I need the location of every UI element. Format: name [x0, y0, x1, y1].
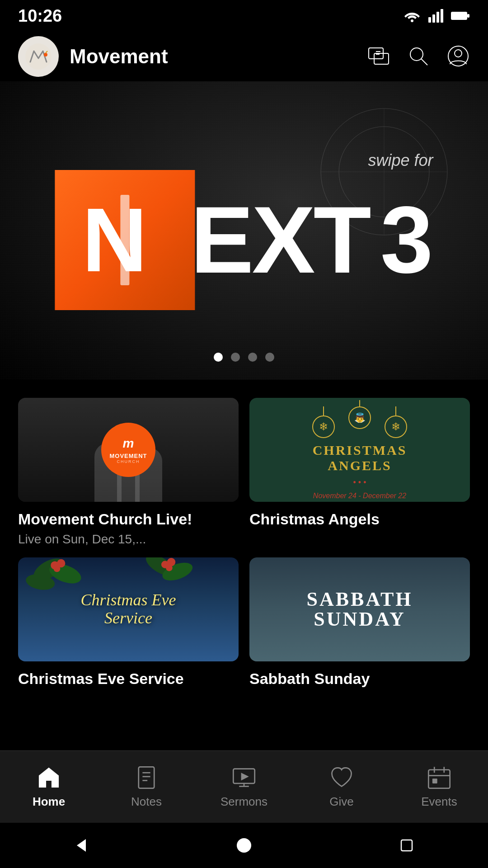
hero-dot-1[interactable]: [214, 353, 223, 362]
card-christmas-angels[interactable]: ❄ 👼 ❄: [249, 398, 470, 547]
recents-icon: [398, 836, 416, 854]
svg-rect-45: [432, 778, 437, 783]
app-header: Movement: [0, 32, 488, 81]
card-image-christmas-eve: Christmas EveService: [18, 557, 239, 661]
nav-label-give: Give: [329, 795, 353, 809]
ext-text: EXT: [190, 193, 369, 288]
card-title-christmas-eve: Christmas Eve Service: [18, 670, 239, 688]
status-time: 10:26: [18, 6, 62, 26]
sermons-icon: [231, 765, 257, 790]
movement-logo-svg: [25, 43, 52, 70]
give-icon: [329, 765, 354, 790]
christmas-angels-dates: November 24 - December 22: [313, 492, 406, 500]
home-icon: [36, 765, 61, 790]
orange-box: N: [55, 170, 195, 310]
profile-button[interactable]: [446, 44, 470, 69]
signal-icon: [428, 9, 444, 23]
status-bar: 10:26: [0, 0, 488, 32]
profile-icon: [446, 44, 470, 68]
svg-point-17: [455, 50, 462, 57]
card-christmas-eve[interactable]: Christmas EveService Christmas Eve Servi…: [18, 557, 239, 692]
svg-point-47: [237, 838, 251, 853]
hero-dot-4[interactable]: [265, 353, 274, 362]
svg-point-14: [410, 48, 423, 61]
svg-rect-48: [401, 840, 412, 851]
ornament-right: ❄: [385, 406, 407, 438]
android-nav-bar: [0, 823, 488, 868]
battery-icon: [451, 10, 470, 21]
app-title: Movement: [70, 45, 168, 68]
card-subtitle-movement-live: Live on Sun, Dec 15,...: [18, 532, 239, 547]
svg-rect-33: [139, 767, 154, 788]
svg-point-32: [166, 565, 173, 571]
header-actions: [367, 44, 470, 69]
hero-dot-2[interactable]: [231, 353, 240, 362]
swipe-hint-text: swipe for: [368, 151, 433, 170]
svg-rect-3: [436, 12, 439, 23]
card-image-movement-live: m MOVEMENT CHURCH: [18, 398, 239, 502]
svg-marker-46: [77, 839, 86, 852]
card-title-sabbath-sunday: Sabbath Sunday: [249, 670, 470, 688]
christmas-eve-title: Christmas EveService: [81, 591, 176, 627]
svg-marker-38: [241, 773, 249, 780]
card-title-christmas-angels: Christmas Angels: [249, 510, 470, 528]
card-img-sabbath-bg: SABBATHSUNDAY: [249, 557, 470, 661]
wifi-icon: [403, 9, 421, 23]
bottom-nav: Home Notes Sermons: [0, 750, 488, 823]
hero-banner[interactable]: swipe for N EXT 3: [0, 81, 488, 380]
svg-point-0: [411, 19, 413, 22]
header-left: Movement: [18, 36, 168, 77]
back-icon: [72, 836, 90, 854]
back-button[interactable]: [72, 836, 90, 854]
card-image-sabbath-sunday: SABBATHSUNDAY: [249, 557, 470, 661]
status-icons: [403, 9, 470, 23]
notes-icon: [134, 765, 159, 790]
svg-point-7: [25, 43, 52, 70]
search-icon: [407, 44, 430, 68]
next-text: N: [82, 195, 147, 285]
messages-button[interactable]: [367, 44, 390, 69]
card-sabbath-sunday[interactable]: SABBATHSUNDAY Sabbath Sunday: [249, 557, 470, 692]
home-button[interactable]: [235, 836, 253, 854]
ornament-center: 👼: [348, 400, 371, 429]
hero-next3: N EXT 3: [55, 170, 433, 310]
svg-point-8: [44, 53, 47, 57]
nav-label-events: Events: [421, 795, 457, 809]
svg-rect-1: [428, 17, 431, 23]
nav-label-home: Home: [33, 795, 65, 809]
sabbath-title-text: SABBATHSUNDAY: [306, 590, 413, 629]
svg-rect-4: [441, 9, 443, 23]
content-section: m MOVEMENT CHURCH Movement Church Live! …: [0, 380, 488, 726]
recents-button[interactable]: [398, 836, 416, 854]
svg-point-27: [54, 565, 61, 572]
nav-label-sermons: Sermons: [221, 795, 267, 809]
hero-dots: [214, 353, 274, 362]
nav-item-notes[interactable]: Notes: [98, 765, 195, 809]
card-image-christmas-angels: ❄ 👼 ❄: [249, 398, 470, 502]
nav-item-home[interactable]: Home: [0, 765, 98, 809]
svg-rect-6: [467, 14, 469, 18]
messages-icon: [367, 44, 390, 68]
hero-dot-3[interactable]: [248, 353, 257, 362]
nav-item-events[interactable]: Events: [390, 765, 488, 809]
svg-line-15: [421, 59, 427, 65]
nav-label-notes: Notes: [131, 795, 162, 809]
events-icon: [427, 765, 452, 790]
svg-rect-2: [432, 14, 435, 23]
card-img-christmas-bg: ❄ 👼 ❄: [249, 398, 470, 502]
app-logo[interactable]: [18, 36, 59, 77]
search-button[interactable]: [407, 44, 430, 69]
cards-grid: m MOVEMENT CHURCH Movement Church Live! …: [18, 398, 470, 692]
nav-item-give[interactable]: Give: [293, 765, 390, 809]
card-movement-live[interactable]: m MOVEMENT CHURCH Movement Church Live! …: [18, 398, 239, 547]
android-home-icon: [235, 836, 253, 854]
svg-rect-5: [451, 12, 467, 20]
card-title-movement-live: Movement Church Live!: [18, 510, 239, 528]
nav-item-sermons[interactable]: Sermons: [195, 765, 293, 809]
hero-content: swipe for N EXT 3: [55, 151, 433, 310]
three-text: 3: [380, 193, 433, 288]
card-img-live-bg: m MOVEMENT CHURCH: [18, 398, 239, 502]
christmas-angels-title: CHRISTMASANGELS: [313, 443, 407, 473]
card-img-eve-bg: Christmas EveService: [18, 557, 239, 661]
svg-point-16: [448, 46, 468, 66]
